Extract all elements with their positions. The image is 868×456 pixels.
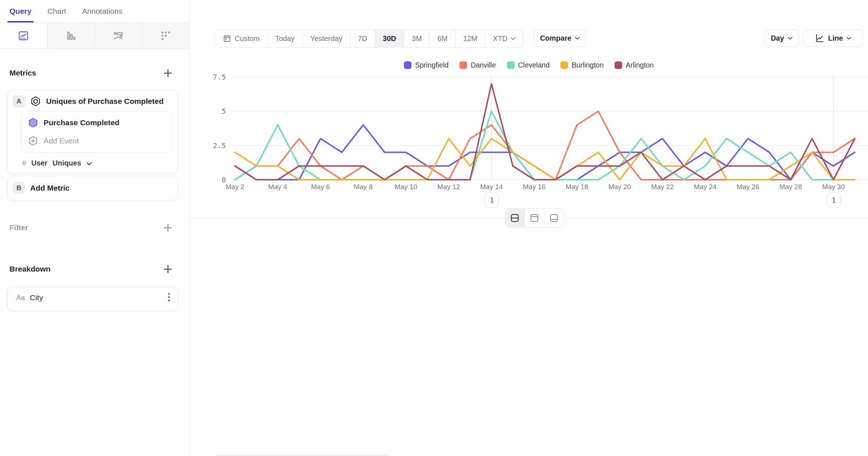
svg-text:May 12: May 12 [437, 183, 460, 191]
event-hexagon-icon [28, 117, 38, 128]
tab-chart[interactable]: Chart [48, 0, 66, 23]
measure-type[interactable]: Uniques [53, 159, 81, 167]
metric-b-badge: B [13, 182, 25, 194]
svg-text:May 18: May 18 [565, 183, 588, 191]
metric-a-card: A Uniques of Purchase Completed [7, 90, 178, 174]
svg-text:May 30: May 30 [822, 183, 845, 191]
svg-text:May 24: May 24 [694, 183, 717, 191]
toolbar-stream-chart-icon[interactable] [95, 23, 142, 48]
analytics-app: QueryChartAnnotations Metrics A Uniques … [0, 0, 868, 456]
filter-title: Filter [9, 223, 28, 232]
chevron-down-icon [86, 159, 92, 167]
breakdown-property-label: City [30, 293, 43, 302]
metric-b-card[interactable]: B Add Metric [7, 176, 178, 200]
svg-text:May 26: May 26 [737, 183, 759, 191]
metric-a-badge: A [13, 95, 25, 107]
query-sidebar: QueryChartAnnotations Metrics A Uniques … [0, 0, 190, 456]
annotation-badge[interactable]: 1 [485, 193, 499, 207]
add-event-icon [28, 135, 38, 146]
filter-section-header: Filter [9, 223, 173, 232]
line-chart[interactable]: 02.557.5May 2May 4May 6May 8May 10May 12… [190, 0, 868, 218]
metric-hexagon-icon [30, 96, 41, 107]
event-list-card: Purchase Completed Add Event [21, 111, 173, 152]
add-filter-plus-icon[interactable] [163, 223, 173, 232]
measure-entity[interactable]: User [31, 159, 47, 167]
annotation-badge[interactable]: 1 [827, 193, 841, 207]
svg-text:May 8: May 8 [354, 183, 373, 191]
svg-text:May 4: May 4 [268, 183, 287, 191]
svg-text:5: 5 [222, 107, 226, 115]
hash-icon: # [22, 159, 26, 167]
metric-a-title[interactable]: Uniques of Purchase Completed [46, 97, 163, 106]
measured-as-row: # User Uniques [8, 152, 178, 173]
toolbar-dots-funnel-icon[interactable] [142, 23, 190, 48]
svg-text:May 14: May 14 [480, 183, 503, 191]
svg-text:May 16: May 16 [523, 183, 545, 191]
event-row-purchase-completed[interactable]: Purchase Completed [22, 114, 172, 132]
event-label: Purchase Completed [44, 118, 119, 127]
toolbar-bar-chart-icon[interactable] [48, 23, 95, 48]
add-metric-label: Add Metric [30, 184, 70, 192]
add-breakdown-plus-icon[interactable] [163, 264, 173, 274]
property-type-icon: Aa [16, 294, 25, 302]
breakdown-title: Breakdown [9, 265, 50, 273]
metrics-title: Metrics [9, 69, 36, 77]
metrics-section-header: Metrics [9, 68, 173, 78]
sidebar-tabs: QueryChartAnnotations [0, 0, 189, 23]
svg-text:2.5: 2.5 [213, 141, 226, 150]
tab-annotations[interactable]: Annotations [82, 0, 122, 23]
svg-text:May 20: May 20 [608, 183, 631, 191]
table-panel: Search Dynamic Segments Metric City 948 … [190, 218, 868, 456]
svg-text:May 2: May 2 [226, 183, 244, 191]
svg-text:May 6: May 6 [311, 183, 330, 191]
breakdown-city-card[interactable]: Aa City [7, 287, 178, 311]
svg-text:May 22: May 22 [651, 183, 674, 191]
toolbar-line-chart-icon[interactable] [0, 23, 48, 48]
chart-type-toolbar [0, 23, 189, 49]
add-event-label: Add Event [44, 137, 79, 145]
breakdown-section-header: Breakdown [9, 264, 173, 274]
svg-text:May 10: May 10 [395, 183, 417, 191]
add-metric-plus-icon[interactable] [163, 68, 173, 78]
svg-text:May 28: May 28 [779, 183, 802, 191]
svg-text:7.5: 7.5 [213, 73, 226, 81]
tab-query[interactable]: Query [9, 0, 32, 23]
add-event-row[interactable]: Add Event [22, 132, 172, 150]
kebab-menu-icon[interactable] [168, 293, 170, 302]
